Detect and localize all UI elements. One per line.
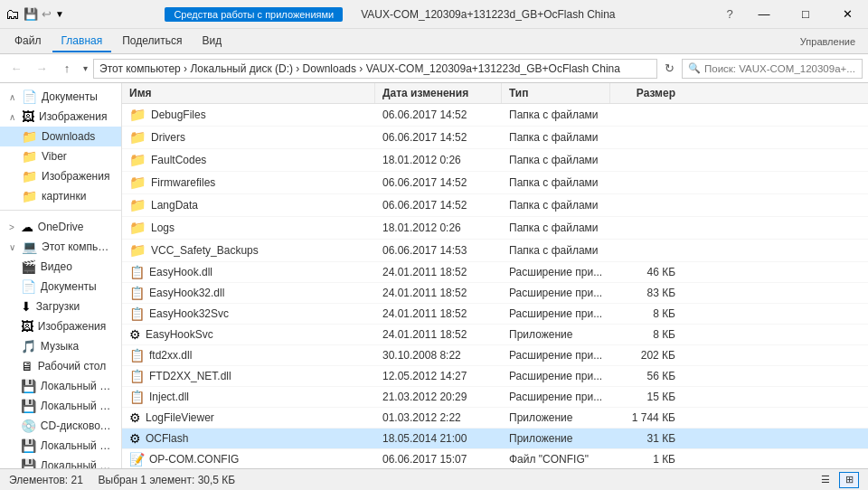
address-path-text: Этот компьютер › Локальный диск (D:) › D… <box>99 62 620 75</box>
table-row[interactable]: 📋 Inject.dll 21.03.2012 20:29 Расширение… <box>122 387 868 408</box>
back-button[interactable]: ← <box>5 58 27 80</box>
refresh-button[interactable]: ↻ <box>661 61 678 75</box>
minimize-button[interactable]: — <box>743 0 785 29</box>
maximize-button[interactable]: □ <box>785 0 826 29</box>
sidebar-item-localdisk4[interactable]: > 💾 Локальный диск <box>0 456 121 468</box>
file-name-cell: 📁 DebugFiles <box>122 104 375 126</box>
column-type[interactable]: Тип <box>502 83 610 103</box>
close-button[interactable]: ✕ <box>826 0 868 29</box>
docs-icon: 📄 <box>21 279 36 294</box>
search-input[interactable] <box>704 63 856 74</box>
sidebar-item-onedrive[interactable]: > ☁ OneDrive <box>0 217 121 237</box>
titlebar-controls: ? — □ ✕ <box>716 0 868 29</box>
tab-file[interactable]: Файл <box>5 31 51 52</box>
file-name-cell: 📁 FaultCodes <box>122 149 375 171</box>
sidebar-item-thispc[interactable]: ∨ 💻 Этот компьютер <box>0 237 121 257</box>
file-size-cell: 202 КБ <box>610 346 683 364</box>
sidebar-item-music[interactable]: > 🎵 Музыка <box>0 336 121 356</box>
list-view-button[interactable]: ⊞ <box>839 472 859 488</box>
forward-button[interactable]: → <box>31 58 52 80</box>
sidebar-item-localdisk3[interactable]: > 💾 Локальный диск <box>0 436 121 456</box>
table-row[interactable]: 📝 OP-COM.CONFIG 06.06.2017 15:07 Файл "C… <box>122 449 868 468</box>
file-type-cell: Приложение <box>502 409 610 427</box>
sidebar-item-kartinki[interactable]: ∧ 📁 картинки <box>0 186 121 206</box>
images-icon: 🖼 <box>21 319 33 334</box>
file-label: EasyHook32Svc <box>149 307 229 320</box>
sidebar-item-viber[interactable]: ∧ 📁 Viber <box>0 146 121 166</box>
expand-icon: ∧ <box>9 112 15 122</box>
sidebar: ∧ 📄 Документы ∧ 🖼 Изображения ∧ 📁 Downlo… <box>0 83 122 468</box>
table-row[interactable]: 📁 Firmwarefiles 06.06.2017 14:52 Папка с… <box>122 172 868 194</box>
sidebar-item-images3[interactable]: > 🖼 Изображения <box>0 316 121 336</box>
table-row[interactable]: 📁 LangData 06.06.2017 14:52 Папка с файл… <box>122 194 868 217</box>
table-row[interactable]: 📋 EasyHook32.dll 24.01.2011 18:52 Расшир… <box>122 283 868 304</box>
expand-icon: > <box>9 222 14 232</box>
file-type-cell: Папка с файлами <box>502 219 610 237</box>
sidebar-item-images2[interactable]: ∧ 📁 Изображения <box>0 166 121 186</box>
quick-access-dropdown[interactable]: ▼ <box>55 9 64 19</box>
sidebar-item-documents[interactable]: ∧ 📄 Документы <box>0 87 121 107</box>
table-row[interactable]: 📋 ftd2xx.dll 30.10.2008 8:22 Расширение … <box>122 345 868 366</box>
column-name[interactable]: Имя <box>122 83 375 103</box>
sidebar-label: Этот компьютер <box>42 240 114 253</box>
file-date-cell: 06.06.2017 14:52 <box>375 106 502 124</box>
file-label: OP-COM.CONFIG <box>149 453 239 466</box>
column-size[interactable]: Размер <box>610 83 683 103</box>
file-date-cell: 18.01.2012 0:26 <box>375 219 502 237</box>
table-row[interactable]: ⚙ EasyHookSvc 24.01.2011 18:52 Приложени… <box>122 325 868 345</box>
sidebar-label: Рабочий стол <box>38 360 106 372</box>
dll-icon: 📋 <box>129 390 145 404</box>
table-row[interactable]: 📋 EasyHook32Svc 24.01.2011 18:52 Расшире… <box>122 304 868 325</box>
file-size-cell <box>610 203 683 208</box>
sidebar-item-localdisk1[interactable]: > 💾 Локальный дис... <box>0 376 121 396</box>
file-label: Logs <box>151 221 175 234</box>
quick-access-save[interactable]: 💾 <box>24 7 38 21</box>
sidebar-item-downloads[interactable]: ∧ 📁 Downloads <box>0 127 121 146</box>
file-type-cell: Папка с файлами <box>502 151 610 169</box>
file-size-cell: 46 КБ <box>610 263 683 281</box>
file-type-cell: Расширение при... <box>502 367 610 385</box>
address-path[interactable]: Этот компьютер › Локальный диск (D:) › D… <box>93 59 657 79</box>
file-date-cell: 30.10.2008 8:22 <box>375 346 502 364</box>
table-row[interactable]: 📁 Drivers 06.06.2017 14:52 Папка с файла… <box>122 127 868 149</box>
quick-access-undo[interactable]: ↩ <box>42 7 52 21</box>
up-button[interactable]: ↑ <box>56 58 78 80</box>
sidebar-item-images1[interactable]: ∧ 🖼 Изображения <box>0 107 121 127</box>
details-view-button[interactable]: ☰ <box>816 472 835 488</box>
dll-icon: 📋 <box>129 265 145 279</box>
sidebar-item-cddrive[interactable]: > 💿 CD-дисковод (G... <box>0 416 121 436</box>
sidebar-label: Локальный диск <box>41 439 114 452</box>
file-name-cell: 📋 ftd2xx.dll <box>122 345 375 365</box>
table-row[interactable]: ⚙ LogFileViewer 01.03.2012 2:22 Приложен… <box>122 408 868 429</box>
table-row[interactable]: 📋 EasyHook.dll 24.01.2011 18:52 Расширен… <box>122 262 868 283</box>
tab-share[interactable]: Поделиться <box>113 31 191 52</box>
file-name-cell: ⚙ EasyHookSvc <box>122 325 375 344</box>
sidebar-item-downloads2[interactable]: > ⬇ Загрузки <box>0 297 121 316</box>
column-date[interactable]: Дата изменения <box>375 83 502 103</box>
file-label: ftd2xx.dll <box>149 349 192 362</box>
file-name-cell: 📁 Logs <box>122 217 375 239</box>
tab-view[interactable]: Вид <box>193 31 231 52</box>
tab-home[interactable]: Главная <box>52 31 112 52</box>
file-label: OCFlash <box>146 432 188 445</box>
table-row[interactable]: 📁 Logs 18.01.2012 0:26 Папка с файлами <box>122 217 868 240</box>
table-row[interactable]: 📁 FaultCodes 18.01.2012 0:26 Папка с фай… <box>122 149 868 172</box>
file-type-cell: Папка с файлами <box>502 174 610 192</box>
file-type-cell: Расширение при... <box>502 284 610 302</box>
help-button[interactable]: ? <box>716 0 743 29</box>
sidebar-item-video[interactable]: > 🎬 Видео <box>0 257 121 277</box>
file-name-cell: 📁 Drivers <box>122 127 375 148</box>
titlebar-center: Средства работы с приложениями VAUX-COM_… <box>64 7 716 22</box>
recent-locations-button[interactable]: ▾ <box>81 63 90 73</box>
sidebar-item-docs2[interactable]: > 📄 Документы <box>0 277 121 297</box>
table-row[interactable]: 📁 DebugFiles 06.06.2017 14:52 Папка с фа… <box>122 104 868 127</box>
file-name-cell: ⚙ OCFlash <box>122 429 375 448</box>
table-row[interactable]: ⚙ OCFlash 18.05.2014 21:00 Приложение 31… <box>122 429 868 449</box>
file-type-cell: Расширение при... <box>502 346 610 364</box>
table-row[interactable]: 📋 FTD2XX_NET.dll 12.05.2012 14:27 Расшир… <box>122 366 868 387</box>
sidebar-item-localdisk2[interactable]: > 💾 Локальный дис... <box>0 396 121 416</box>
sidebar-item-desktop[interactable]: > 🖥 Рабочий стол <box>0 356 121 376</box>
dll-icon: 📋 <box>129 306 145 321</box>
sidebar-label: Музыка <box>41 340 79 353</box>
table-row[interactable]: 📁 VCC_Safety_Backups 06.06.2017 14:53 Па… <box>122 240 868 262</box>
